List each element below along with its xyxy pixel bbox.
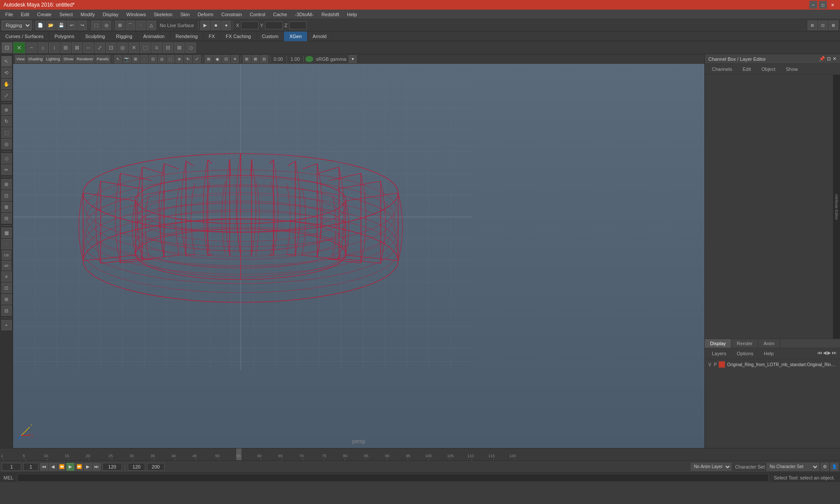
tool-lt1[interactable]: ≡ — [1, 271, 12, 282]
icon-tool13[interactable]: ≡ — [151, 42, 162, 53]
play-forward-btn[interactable]: ▶ — [66, 463, 74, 471]
prev-frame-btn[interactable]: ◀ — [49, 463, 57, 471]
top-right-3[interactable]: ⊠ — [829, 21, 838, 30]
tab-rigging[interactable]: Rigging — [111, 32, 138, 41]
tab-curves-surfaces[interactable]: Curves / Surfaces — [0, 32, 49, 41]
vp-lighting[interactable]: Lighting — [45, 55, 61, 63]
mel-input[interactable] — [17, 474, 769, 482]
tab-animation[interactable]: Animation — [138, 32, 170, 41]
isolate-tool[interactable]: ⊡ — [1, 190, 12, 201]
prev-key-btn[interactable]: ⏪ — [58, 463, 66, 471]
top-right-2[interactable]: ⊡ — [818, 21, 828, 30]
icon-tool10[interactable]: ◎ — [117, 42, 128, 53]
maximize-button[interactable]: □ — [819, 1, 827, 9]
tab-fx[interactable]: FX — [203, 32, 220, 41]
tab-polygons[interactable]: Polygons — [49, 32, 80, 41]
anim-current-frame[interactable] — [23, 463, 38, 471]
icon-home[interactable]: ⊡ — [2, 42, 12, 53]
play-start-btn[interactable]: ⏮ — [40, 463, 48, 471]
cb-close-btn[interactable]: ✕ — [833, 56, 836, 62]
vp-view[interactable]: View — [15, 55, 26, 63]
vp-select[interactable]: ⬚ — [167, 55, 175, 63]
vp-grid[interactable]: ⊞ — [132, 55, 140, 63]
menu-skin[interactable]: Skin — [177, 11, 193, 18]
tab-rendering[interactable]: Rendering — [170, 32, 203, 41]
cb-nav-first[interactable]: ⏮ — [817, 350, 822, 357]
timeline-area[interactable]: 1 5 10 15 20 25 30 35 40 45 50 55 60 — [0, 448, 840, 460]
x-field[interactable] — [241, 21, 259, 29]
universal-tool[interactable]: ◎ — [1, 139, 12, 149]
tab-custom[interactable]: Custom — [257, 32, 284, 41]
rotate-tool[interactable]: ↻ — [1, 116, 12, 126]
vp-cam[interactable]: 📷 — [123, 55, 131, 63]
anim-char-btn[interactable]: 👤 — [830, 463, 838, 471]
cb-nav-prev[interactable]: ◀ — [823, 350, 826, 357]
vp-num3[interactable]: ⊟ — [260, 55, 268, 63]
tool-lt2[interactable]: ⊡ — [1, 283, 12, 293]
cb-tab-display[interactable]: Display — [705, 339, 732, 348]
cb-nav-last[interactable]: ⏭ — [832, 350, 836, 357]
tab-fx-caching[interactable]: FX Caching — [220, 32, 256, 41]
menu-deform[interactable]: Deform — [194, 11, 217, 18]
anim-settings-btn[interactable]: ⚙ — [821, 463, 829, 471]
snap-curve-btn[interactable]: ⌒ — [126, 21, 135, 30]
cb-help-btn[interactable]: Help — [760, 350, 777, 357]
vp-smooth[interactable]: ◉ — [214, 55, 221, 63]
cb-options-btn[interactable]: Options — [733, 350, 757, 357]
snap-grid-btn[interactable]: ⊞ — [115, 21, 125, 30]
snap-point-btn[interactable]: · — [136, 21, 146, 30]
icon-tool5[interactable]: ⊞ — [60, 42, 71, 53]
anim-start-frame[interactable] — [2, 463, 21, 471]
char-set-selector[interactable]: No Character Set — [766, 463, 819, 471]
redo-btn[interactable]: ↪ — [77, 21, 87, 30]
select-tool-btn[interactable]: ⬚ — [91, 21, 101, 30]
cb-tab-render[interactable]: Render — [732, 339, 758, 348]
icon-tool15[interactable]: ⊠ — [174, 42, 185, 53]
select-tool[interactable]: ↖ — [1, 56, 12, 66]
paint-tool[interactable]: ✏ — [1, 164, 12, 175]
anim-range-end[interactable] — [128, 463, 145, 471]
icon-hair[interactable]: ~ — [26, 42, 37, 53]
y-field[interactable] — [265, 21, 283, 29]
render-options-btn[interactable]: ▶ — [200, 21, 210, 30]
scale-tool[interactable]: ⬚ — [1, 127, 12, 138]
top-right-1[interactable]: ⊞ — [808, 21, 817, 30]
z-field[interactable] — [289, 21, 307, 29]
cb-pin-btn[interactable]: 📌 — [819, 56, 825, 62]
attribute-editor-tab[interactable]: Attribute Editor — [833, 75, 840, 339]
anim-end-frame[interactable] — [102, 463, 122, 471]
vp-gamma-dropdown[interactable]: ▼ — [349, 55, 357, 63]
frame-selected-tool[interactable]: ⊟ — [1, 213, 12, 224]
soft-select-tool[interactable]: ◇ — [1, 153, 12, 164]
tab-arnold[interactable]: Arnold — [308, 32, 332, 41]
snap-grid-lt[interactable]: ▦ — [1, 228, 12, 238]
icon-tool14[interactable]: ⊟ — [163, 42, 173, 53]
menu-file[interactable]: File — [2, 11, 17, 18]
icon-tool7[interactable]: ↔ — [83, 42, 94, 53]
lasso-tool-btn[interactable]: ◎ — [102, 21, 111, 30]
vp-scale[interactable]: ⤢ — [193, 55, 201, 63]
vp-snap[interactable]: · — [140, 55, 148, 63]
cb-tab-object[interactable]: Object — [758, 66, 779, 73]
new-scene-btn[interactable]: 📄 — [35, 21, 45, 30]
show-all-tool[interactable]: ⊞ — [1, 179, 12, 189]
save-scene-btn[interactable]: 💾 — [56, 21, 66, 30]
menu-redshift[interactable]: Redshift — [318, 11, 343, 18]
attr-editor-lt[interactable]: AE — [2, 261, 11, 270]
open-scene-btn[interactable]: 📂 — [46, 21, 56, 30]
vp-frame[interactable]: ⊡ — [149, 55, 157, 63]
vp-num1[interactable]: ⊞ — [243, 55, 251, 63]
extra-tool[interactable]: + — [1, 320, 12, 330]
vp-num2[interactable]: ⊠ — [252, 55, 259, 63]
render-btn[interactable]: ■ — [211, 21, 220, 30]
vp-wire[interactable]: ⊠ — [205, 55, 213, 63]
icon-tool12[interactable]: ⬚ — [140, 42, 150, 53]
vp-show[interactable]: Show — [62, 55, 75, 63]
menu-windows[interactable]: Windows — [123, 11, 150, 18]
icon-tool3[interactable]: ⌂ — [38, 42, 48, 53]
vp-panels[interactable]: Panels — [95, 55, 110, 63]
cb-tab-edit[interactable]: Edit — [739, 66, 754, 73]
vp-renderer[interactable]: Renderer — [75, 55, 94, 63]
tab-sculpting[interactable]: Sculpting — [80, 32, 111, 41]
vp-light[interactable]: ☀ — [231, 55, 239, 63]
